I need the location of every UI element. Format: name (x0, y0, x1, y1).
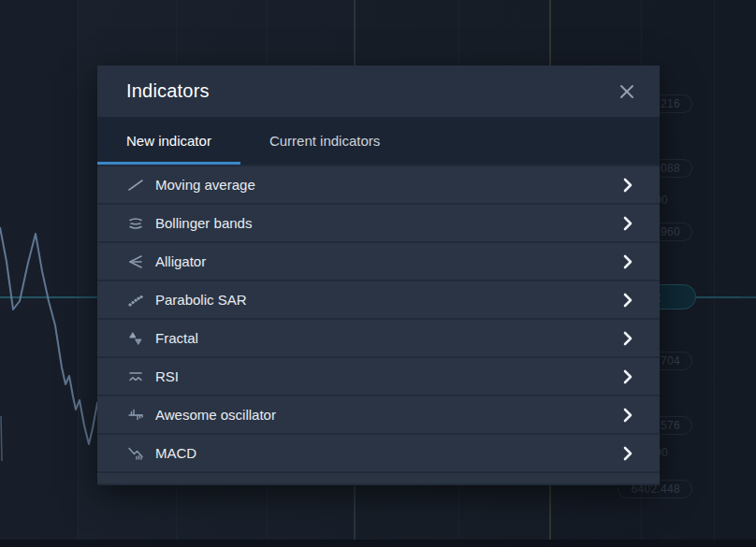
chevron-right-icon (618, 444, 637, 463)
indicator-list-item[interactable]: Moving average (97, 166, 660, 203)
modal-title: Indicators (126, 80, 617, 102)
indicator-label: Awesome oscillator (155, 407, 618, 423)
indicator-list: Moving average Bollinger bands Alligator… (97, 165, 660, 485)
tab-current-indicators[interactable]: Current indicators (240, 117, 409, 165)
chevron-right-icon (618, 214, 637, 233)
moving-average-icon (126, 176, 145, 194)
indicator-label: MACD (155, 445, 618, 461)
indicator-label: Fractal (155, 330, 618, 346)
indicator-label: RSI (155, 368, 618, 384)
indicator-label: Parabolic SAR (155, 292, 618, 308)
chevron-right-icon (618, 176, 637, 194)
awesome-oscillator-icon (126, 406, 145, 425)
indicator-list-item[interactable]: Bollinger bands (97, 205, 660, 241)
indicator-list-item[interactable]: Parabolic SAR (97, 281, 660, 318)
indicator-list-item[interactable]: Fractal (97, 320, 660, 356)
tab-new-indicator[interactable]: New indicator (97, 117, 240, 165)
macd-icon (126, 444, 145, 463)
indicator-list-item[interactable]: Awesome oscillator (97, 396, 660, 433)
chevron-right-icon (618, 329, 637, 348)
chevron-right-icon (618, 252, 637, 271)
indicator-tabs: New indicator Current indicators (97, 117, 660, 165)
indicator-list-item[interactable]: MACD (97, 435, 660, 471)
alligator-icon (126, 252, 145, 271)
rsi-icon (126, 367, 145, 386)
indicator-label: Moving average (155, 177, 618, 193)
indicator-label: Alligator (155, 253, 618, 269)
close-icon (618, 83, 635, 100)
parabolic-sar-icon (126, 291, 145, 309)
modal-header: Indicators (97, 65, 660, 117)
active-tab-underline (97, 162, 240, 165)
bollinger-bands-icon (126, 214, 145, 233)
indicator-list-item[interactable]: Alligator (97, 243, 660, 280)
modal-footer (97, 473, 660, 483)
indicator-label: Bollinger bands (155, 215, 618, 231)
trading-app-screen: 2160880009608327045765006402.448 Indicat… (0, 0, 756, 547)
indicators-modal: Indicators New indicator Current indicat… (97, 65, 660, 485)
chevron-right-icon (618, 367, 637, 386)
indicator-list-item[interactable]: RSI (97, 358, 660, 395)
chevron-right-icon (618, 291, 637, 309)
tab-label: Current indicators (269, 133, 380, 149)
fractal-icon (126, 329, 145, 348)
chevron-right-icon (618, 406, 637, 425)
tab-label: New indicator (126, 133, 211, 149)
close-button[interactable] (617, 81, 637, 102)
